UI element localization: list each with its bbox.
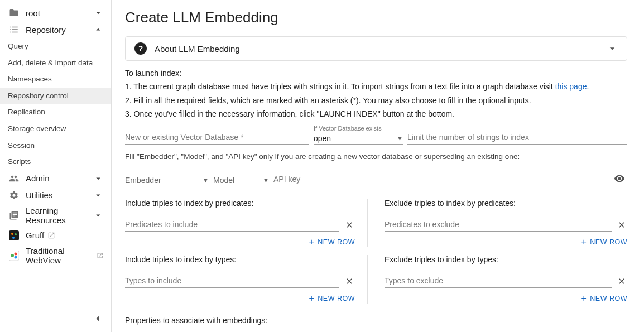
nav-admin[interactable]: Admin [0,170,111,187]
dropdown-icon: ▼ [263,177,269,184]
include-types-newrow[interactable]: + NEW ROW [125,293,355,304]
embedder-field[interactable]: Embedder ▼ [125,176,209,186]
properties-section: Properties to associate with embeddings: [125,316,627,332]
sidebar-item-session[interactable]: Session [0,137,111,154]
sidebar-item-repository-control[interactable]: Repository control [0,88,111,104]
embedder-hint: Fill "Embedder", "Model", and "API key" … [125,152,627,161]
include-predicates-newrow[interactable]: + NEW ROW [125,237,355,247]
chevron-down-icon [607,43,618,54]
include-types-section: Include triples to index by types: + NEW… [125,255,368,304]
exclude-predicates-input[interactable] [385,218,612,232]
chevron-down-icon [93,190,103,200]
vector-db-name-field[interactable] [125,131,309,145]
include-predicates-section: Include triples to index by predicates: … [125,199,368,247]
svg-point-5 [11,254,14,257]
chevron-down-icon [93,174,103,184]
clear-icon[interactable] [616,219,627,230]
svg-point-1 [11,233,13,235]
apikey-visibility-toggle[interactable] [612,171,627,186]
include-types-input[interactable] [125,274,339,288]
vector-db-name-input[interactable] [125,131,309,145]
plus-icon: + [581,237,587,247]
svg-point-7 [15,256,17,258]
apikey-field[interactable] [273,172,607,186]
plus-icon: + [581,293,587,304]
nav-root-label: root [26,8,93,18]
embedder-label: Embedder [125,176,203,185]
model-field[interactable]: Model ▼ [213,176,269,186]
exclude-predicates-newrow[interactable]: + NEW ROW [385,237,627,247]
nav-root[interactable]: root [0,4,111,21]
admin-icon [8,172,20,185]
limit-strings-field[interactable] [407,131,627,145]
exclude-predicates-title: Exclude triples to index by predicates: [385,199,627,208]
dropdown-icon: ▼ [203,177,209,184]
nav-admin-label: Admin [26,174,93,183]
exclude-types-section: Exclude triples to index by types: + NEW… [385,255,627,304]
limit-strings-input[interactable] [407,131,627,145]
webview-text: Traditional WebView [26,246,93,265]
sidebar-item-storage-overview[interactable]: Storage overview [0,121,111,137]
vector-db-mode-field[interactable]: If Vector Database exists open ▼ [314,125,403,145]
chevron-up-icon [93,25,103,35]
help-icon: ? [134,42,147,55]
exclude-types-input[interactable] [385,274,612,288]
gear-icon [8,189,20,201]
intro-line1-b: . [587,82,589,91]
svg-rect-0 [9,230,19,240]
svg-point-3 [12,237,15,239]
include-predicates-input[interactable] [125,218,339,232]
gruff-text: Gruff [26,230,44,240]
nav-utilities-label: Utilities [26,190,93,200]
exclude-types-title: Exclude triples to index by types: [385,255,627,264]
properties-title: Properties to associate with embeddings: [125,316,627,325]
main-content: Create LLM Embedding ? About LLM Embeddi… [112,0,644,332]
vector-db-mode-value: open [314,134,397,143]
sidebar-item-namespaces[interactable]: Namespaces [0,71,111,88]
include-types-title: Include triples to index by types: [125,255,355,264]
nav-gruff-label: Gruff [26,230,103,240]
page-title: Create LLM Embedding [125,9,627,26]
about-expander[interactable]: ? About LLM Embedding [125,36,627,61]
include-predicates-title: Include triples to index by predicates: [125,199,355,208]
clear-icon[interactable] [344,276,355,287]
sidebar-item-query[interactable]: Query [0,38,111,55]
nav-webview-label: Traditional WebView [26,246,103,265]
model-label: Model [213,176,263,185]
book-icon [8,209,20,222]
vector-db-mode-hint: If Vector Database exists [314,125,403,134]
sidebar-collapse-button[interactable] [92,313,103,324]
plus-icon: + [309,237,314,247]
external-link-icon [97,252,103,259]
newrow-label: NEW ROW [590,295,627,302]
clear-icon[interactable] [344,219,355,230]
nav-webview[interactable]: Traditional WebView [0,244,111,267]
about-title: About LLM Embedding [155,44,607,54]
dropdown-icon: ▼ [397,135,403,142]
external-link-icon [47,232,55,239]
nav-utilities[interactable]: Utilities [0,187,111,204]
chevron-down-icon [93,210,103,220]
nav-gruff[interactable]: Gruff [0,227,111,244]
folder-icon [8,7,20,19]
plus-icon: + [309,293,314,304]
nav-learning-label: Learning Resources [26,206,93,225]
nav-repository[interactable]: Repository [0,21,111,38]
apikey-input[interactable] [273,172,607,186]
chevron-down-icon [93,8,103,18]
svg-point-6 [15,252,17,255]
nav-repository-label: Repository [26,25,93,35]
newrow-label: NEW ROW [590,238,627,246]
intro-launch: To launch index: [125,68,627,79]
sidebar-item-replication[interactable]: Replication [0,104,111,121]
sidebar-item-add-delete-import[interactable]: Add, delete & import data [0,55,111,71]
gruff-app-icon [8,229,20,242]
exclude-types-newrow[interactable]: + NEW ROW [385,293,627,304]
intro-line1-a: 1. The current graph database must have … [125,82,555,91]
intro-line1: 1. The current graph database must have … [125,81,627,92]
newrow-label: NEW ROW [318,238,355,246]
intro-this-page-link[interactable]: this page [555,82,587,91]
sidebar-item-scripts[interactable]: Scripts [0,153,111,170]
clear-icon[interactable] [616,276,627,287]
nav-learning[interactable]: Learning Resources [0,204,111,227]
